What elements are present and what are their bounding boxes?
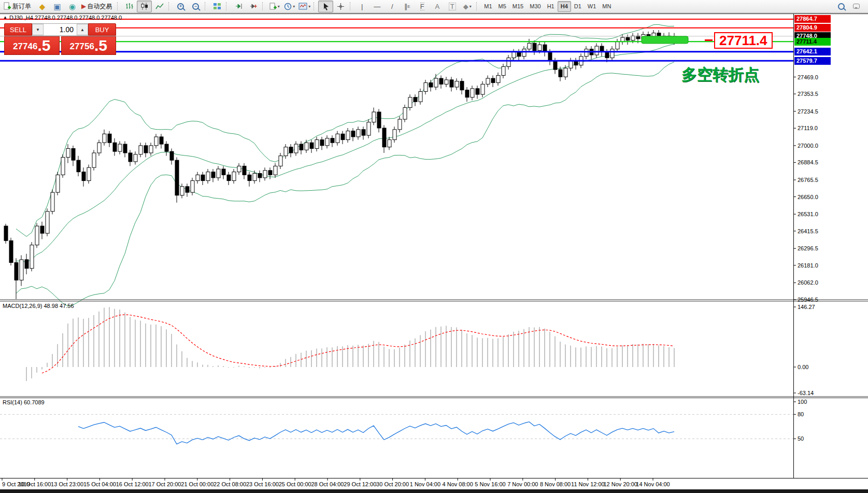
date-axis-label: 21 Oct 00:00 <box>181 481 214 487</box>
timeframe-group: M1M5M15M30H1H4D1W1MN <box>481 1 614 12</box>
signals-button[interactable]: ◉ <box>65 1 80 12</box>
toolbar-grip <box>226 2 229 10</box>
vertical-line-icon: | <box>361 3 363 10</box>
candlestick-chart-button[interactable] <box>137 1 152 12</box>
toolbar-grip <box>205 2 207 10</box>
chart-collapse-icon[interactable]: ▲ <box>3 15 7 20</box>
timeframe-button-M5[interactable]: M5 <box>495 1 509 12</box>
one-click-trade-panel: SELL ▼ 1.00 ▲ BUY 27746.5 27756.5 <box>4 23 116 55</box>
trendline-button[interactable]: / <box>385 1 400 12</box>
period-clock-button[interactable]: ▾ <box>282 1 297 12</box>
data-window-icon: ▣ <box>53 3 61 10</box>
channel-button[interactable]: ∥E <box>400 1 415 12</box>
callout-pointer <box>705 39 713 41</box>
horizontal-line-button[interactable]: — <box>369 1 385 12</box>
new-chart-icon <box>269 3 277 10</box>
dropdown-caret-icon: ▾ <box>308 4 310 9</box>
bar-chart-button[interactable] <box>122 1 137 12</box>
svg-text:80: 80 <box>798 411 804 417</box>
date-axis-label: 22 Oct 08:00 <box>214 481 246 487</box>
svg-text:146.27: 146.27 <box>798 304 815 310</box>
sell-price-display[interactable]: 27746.5 <box>4 36 60 55</box>
shapes-icon: ◆ <box>463 3 468 10</box>
svg-text:26296.5: 26296.5 <box>798 245 818 251</box>
cursor-button[interactable] <box>318 1 333 12</box>
date-axis-label: 14 Nov 04:00 <box>636 481 670 487</box>
signals-icon: ◉ <box>69 3 76 10</box>
chart-shift-button[interactable] <box>246 1 261 12</box>
line-chart-button[interactable] <box>152 1 167 12</box>
timeframe-button-MN[interactable]: MN <box>599 1 614 12</box>
date-axis-label: 13 Oct 23:00 <box>51 481 83 487</box>
auto-scroll-button[interactable] <box>231 1 246 12</box>
buy-price-display[interactable]: 27756.5 <box>61 36 117 55</box>
svg-text:27353.5: 27353.5 <box>798 91 818 97</box>
svg-text:26884.5: 26884.5 <box>798 159 818 165</box>
sell-price-main: 27746 <box>13 40 37 53</box>
date-axis-label: 8 Nov 08:00 <box>540 481 571 487</box>
dropdown-caret-icon: ▾ <box>293 4 295 9</box>
price-level-tag: 27579.7 <box>794 57 831 65</box>
new-order-button[interactable]: 新订单 <box>2 1 35 12</box>
templates-button[interactable]: ▾ <box>297 1 312 12</box>
toolbar-grip <box>262 2 265 10</box>
chat-icon <box>853 4 860 9</box>
search-button[interactable] <box>834 1 849 12</box>
volume-down-button[interactable]: ▼ <box>32 24 44 35</box>
text-button[interactable]: A <box>430 1 445 12</box>
trading-platform-window: 新订单 ◆ ▣ ◉ ▶ 自动交易 + − ▾ ▾ ▾ | — / ∥E F A <box>0 0 868 493</box>
date-axis-label: 23 Oct 16:00 <box>246 481 279 487</box>
toolbar-grip <box>476 2 479 10</box>
toolbar-grip <box>117 2 120 10</box>
volume-spinner: ▼ 1.00 ▲ <box>32 23 88 36</box>
horizontal-line-icon: — <box>374 3 380 10</box>
price-level-tag: 27642.1 <box>794 48 831 55</box>
timeframe-button-H4[interactable]: H4 <box>558 1 571 12</box>
clock-icon <box>284 3 292 10</box>
date-axis-label: 7 Nov 00:00 <box>507 481 538 487</box>
volume-input[interactable]: 1.00 <box>44 24 77 35</box>
timeframe-button-M15[interactable]: M15 <box>509 1 527 12</box>
chart-title: DJ30 ,H4 27748.0 27748.0 27748.0 27748.0 <box>9 15 122 21</box>
turning-point-annotation[interactable]: 多空转折点 <box>681 64 759 86</box>
volume-up-button[interactable]: ▲ <box>77 24 88 35</box>
vertical-line-button[interactable]: | <box>354 1 369 12</box>
svg-text:26062.0: 26062.0 <box>798 279 818 286</box>
taskbar-strip <box>0 489 868 493</box>
new-chart-button[interactable]: ▾ <box>267 1 282 12</box>
tile-windows-icon <box>213 3 221 10</box>
timeframe-button-H1[interactable]: H1 <box>544 1 558 12</box>
svg-text:26181.0: 26181.0 <box>798 262 818 269</box>
timeframe-button-M1[interactable]: M1 <box>481 1 495 12</box>
market-watch-button[interactable]: ◆ <box>35 1 50 12</box>
market-watch-icon: ◆ <box>39 3 46 10</box>
crosshair-button[interactable] <box>333 1 348 12</box>
zoom-out-button[interactable]: − <box>188 1 203 12</box>
timeframe-button-D1[interactable]: D1 <box>571 1 585 12</box>
shapes-button[interactable]: ◆▾ <box>460 1 475 12</box>
sell-button[interactable]: SELL <box>4 23 32 36</box>
fibonacci-button[interactable]: F <box>415 1 430 12</box>
text-label-button[interactable]: T <box>445 1 460 12</box>
date-axis-label: 4 Nov 08:00 <box>443 481 473 487</box>
bar-chart-icon <box>125 3 134 10</box>
zoom-in-icon: + <box>177 3 184 10</box>
date-axis-label: 25 Oct 00:00 <box>279 481 311 487</box>
zoom-in-button[interactable]: + <box>173 1 188 12</box>
buy-button[interactable]: BUY <box>88 23 116 36</box>
buy-price-main: 27756 <box>70 40 94 53</box>
price-callout[interactable]: 27711.4 <box>714 32 773 49</box>
timeframe-button-M30[interactable]: M30 <box>527 1 544 12</box>
tile-windows-button[interactable] <box>209 1 224 12</box>
auto-trading-button[interactable]: ▶ 自动交易 <box>80 1 116 12</box>
search-icon <box>838 3 845 10</box>
chat-button[interactable] <box>849 1 864 12</box>
svg-text:25946.5: 25946.5 <box>798 297 818 303</box>
chart-shift-icon <box>249 3 258 10</box>
date-axis-label: 1 Nov 04:00 <box>410 481 440 487</box>
toolbar-grip <box>314 2 316 10</box>
timeframe-button-W1[interactable]: W1 <box>585 1 600 12</box>
candlestick-chart-icon <box>140 3 149 10</box>
buy-price-frac: .5 <box>94 38 107 53</box>
data-window-button[interactable]: ▣ <box>50 1 65 12</box>
